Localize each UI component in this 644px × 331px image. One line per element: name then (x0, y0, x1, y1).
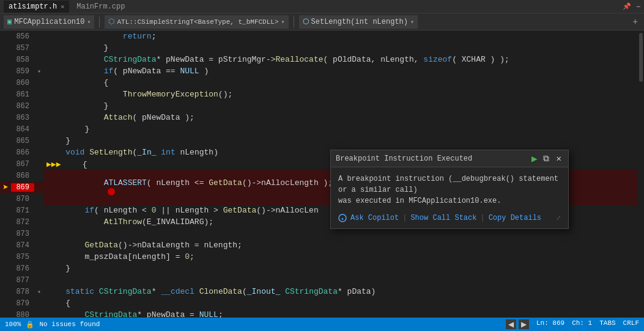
line-number: 858 (11, 56, 34, 64)
line-number: 880 (11, 311, 34, 318)
add-btn[interactable]: + (631, 16, 640, 28)
line-number: 874 (11, 241, 34, 250)
line-number: 877 (11, 276, 34, 285)
line-number: 865 (11, 137, 34, 145)
link-separator-2: | (480, 214, 484, 222)
copilot-icon: ✦ (338, 214, 347, 222)
project-name: MFCApplication10 (14, 18, 84, 26)
line-number: 864 (11, 125, 34, 134)
vertical-scrollbar[interactable] (638, 31, 644, 318)
code-line: 877 (0, 274, 638, 286)
line-content: } (44, 136, 638, 145)
code-line: 858 CStringData* pNewData = pStringMgr->… (0, 54, 638, 65)
tab-label: atlsimptr.h (9, 2, 57, 11)
expand-icon[interactable]: ⤢ (556, 214, 561, 222)
nav-right-btn[interactable]: ▶ (519, 319, 529, 329)
line-content: GetData()->nDataLength = nLength; (44, 241, 638, 250)
line-number: 872 (11, 218, 34, 227)
popup-close-btn[interactable]: ✕ (555, 153, 563, 164)
toolbar: ▣ MFCApplication10 ▾ ⬡ ATL::CSimpleStrin… (0, 13, 644, 31)
method-dropdown[interactable]: ⬡ SetLength(int nLength) ▾ (299, 15, 418, 29)
project-dropdown[interactable]: ▣ MFCApplication10 ▾ (4, 15, 94, 29)
line-number: 871 (11, 206, 34, 215)
scrollbar-thumb[interactable] (639, 33, 643, 82)
overflow-icon[interactable]: ⋯ (636, 2, 640, 10)
dropdown-arrow: ▾ (87, 18, 91, 26)
status-icon: 🔒 (26, 321, 34, 329)
line-content: Attach( pNewData ); (44, 113, 638, 122)
class-icon: ⬡ (108, 17, 114, 26)
line-content: return; (44, 32, 638, 41)
method-icon: ⬡ (303, 17, 309, 26)
title-bar-controls: 📌 ⋯ (623, 2, 640, 10)
line-number: 870 (11, 195, 34, 203)
link-separator: | (402, 214, 407, 222)
code-line: 865 } (0, 135, 638, 147)
dropdown-arrow: ▾ (410, 18, 414, 26)
popup-copy-btn[interactable]: ⧉ (541, 154, 551, 164)
status-left: 100% 🔒 No issues found (5, 321, 100, 329)
line-number: 869 (11, 183, 34, 192)
line-content: } (44, 101, 638, 111)
breakpoint-popup: Breakpoint Instruction Executed ▶ ⧉ ✕ A … (330, 150, 569, 229)
nav-left-btn[interactable]: ◀ (506, 319, 516, 329)
code-line: 873 (0, 228, 638, 239)
line-number: 866 (11, 148, 34, 157)
line-content: CStringData* pNewData = NULL; (44, 310, 638, 318)
code-line: 878 ▾ static CStringData* __cdecl CloneD… (0, 286, 638, 297)
code-editor[interactable]: 856 return; 857 } 858 (0, 31, 638, 318)
line-number: 857 (11, 44, 34, 53)
line-content: { (44, 78, 638, 87)
code-line: 863 Attach( pNewData ); (0, 112, 638, 123)
class-dropdown[interactable]: ⬡ ATL::CSimpleStringT<BaseType, t_bMFCDL… (105, 15, 288, 29)
tab-atlsimpstr[interactable]: atlsimptr.h ✕ (4, 1, 69, 13)
title-bar: atlsimptr.h ✕ MainFrm.cpp 📌 ⋯ (0, 0, 644, 13)
code-line: 859 ▾ if( pNewData == NULL ) (0, 65, 638, 77)
line-number: 879 (11, 299, 34, 308)
line-content: static CStringData* __cdecl CloneData(_I… (44, 287, 638, 296)
tab-close-btn[interactable]: ✕ (61, 3, 64, 10)
tab-mainfrm[interactable]: MainFrm.cpp (72, 1, 130, 13)
popup-links: ✦ Ask Copilot | Show Call Stack | Copy D… (338, 214, 561, 222)
zoom-level[interactable]: 100% (5, 321, 21, 328)
status-bar: 100% 🔒 No issues found ◀ ▶ Ln: 869 Ch: 1… (0, 318, 644, 331)
line-content: if( pNewData == NULL ) (44, 67, 638, 76)
popup-play-btn[interactable]: ▶ (531, 153, 538, 165)
collapse-btn[interactable]: ▾ (34, 68, 44, 75)
status-right: ◀ ▶ Ln: 869 Ch: 1 TABS CRLF (506, 319, 639, 329)
collapse-btn[interactable]: ▾ (34, 288, 44, 296)
line-number: 875 (11, 253, 34, 261)
code-line: 857 } (0, 42, 638, 54)
line-number: 861 (11, 90, 34, 99)
popup-actions: ▶ ⧉ ✕ (531, 153, 563, 165)
line-number: 863 (11, 114, 34, 122)
copy-details-link[interactable]: Copy Details (489, 214, 541, 222)
line-info: Ln: 869 (536, 319, 564, 329)
code-line: 874 GetData()->nDataLength = nLength; (0, 239, 638, 251)
code-line: 875 m_pszData[nLength] = 0; (0, 251, 638, 263)
code-line: 879 { (0, 297, 638, 309)
code-scroll-area[interactable]: 856 return; 857 } 858 (0, 31, 638, 318)
line-number: 859 (11, 67, 34, 76)
toolbar-separator (99, 16, 100, 27)
line-content: CStringData* pNewData = pStringMgr->Real… (44, 55, 638, 64)
code-line: 880 CStringData* pNewData = NULL; (0, 309, 638, 318)
line-number: 867 (11, 160, 34, 169)
show-call-stack-link[interactable]: Show Call Stack (410, 214, 476, 222)
code-line: 876 } (0, 263, 638, 274)
project-icon: ▣ (7, 17, 12, 26)
line-number: 856 (11, 32, 34, 41)
code-line: 861 ThrowMemoryException(); (0, 89, 638, 100)
class-name: ATL::CSimpleStringT<BaseType, t_bMFCDLL> (117, 18, 278, 26)
code-line: 862 } (0, 100, 638, 112)
indent-mode[interactable]: TABS (599, 319, 615, 329)
line-content: } (44, 264, 638, 273)
ask-copilot-link[interactable]: Ask Copilot (350, 214, 399, 222)
line-content: m_pszData[nLength] = 0; (44, 252, 638, 261)
col-info: Ch: 1 (572, 319, 592, 329)
line-content: } (44, 43, 638, 53)
current-line-arrow: ➤ (0, 181, 11, 194)
pin-icon[interactable]: 📌 (623, 2, 631, 10)
line-content: { (44, 299, 638, 308)
encoding[interactable]: CRLF (623, 319, 639, 329)
